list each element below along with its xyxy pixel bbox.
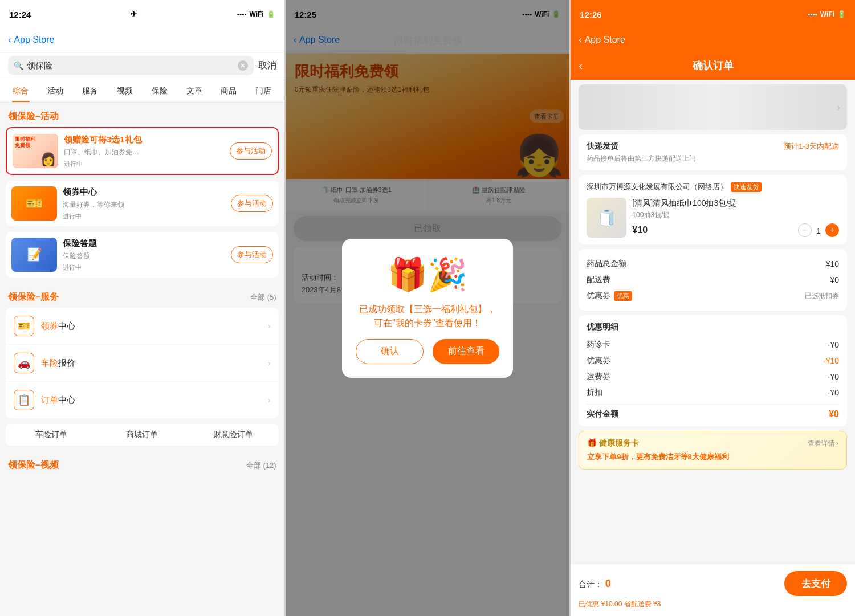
activity-thumb-3: 📝 xyxy=(11,238,57,272)
video-title: 领保险–视频 xyxy=(8,459,59,471)
discount-row-0: 药诊卡 -¥0 xyxy=(587,337,839,353)
footer-total-row: 合计： 0 去支付 xyxy=(579,571,847,596)
service-item-order[interactable]: 📋 订单中心 › xyxy=(6,382,279,418)
merchant-section: 深圳市万博源文化发展有限公司（网络店） 快速发货 🧻 [清风]清风抽纸巾100抽… xyxy=(579,175,847,244)
time-3: 12:26 xyxy=(580,10,601,19)
activity-status-3: 进行中 xyxy=(63,263,225,272)
address-bg xyxy=(579,84,847,130)
qty-minus-btn[interactable]: − xyxy=(798,223,812,237)
activity-name-1: 领赠险可得3选1礼包 xyxy=(64,134,224,145)
search-icon: 🔍 xyxy=(14,61,23,70)
order-icon: 📋 xyxy=(14,390,34,410)
modal-confirm-btn[interactable]: 确认 xyxy=(356,339,424,364)
health-card-more[interactable]: 查看详情 › xyxy=(808,439,838,448)
sub-tab-shop[interactable]: 商城订单 xyxy=(97,424,188,446)
order-back-btn[interactable]: ‹ xyxy=(579,59,583,72)
modal-buttons: 确认 前往查看 xyxy=(356,339,499,364)
tab-综合[interactable]: 综合 xyxy=(3,80,38,102)
wifi-icon-1: WiFi xyxy=(249,10,263,18)
discount-label-0: 药诊卡 xyxy=(587,340,610,350)
modal-goto-btn[interactable]: 前往查看 xyxy=(433,339,499,364)
tab-门店[interactable]: 门店 xyxy=(246,80,281,102)
activity-desc-2: 海量好券，等你来领 xyxy=(63,200,225,210)
video-more[interactable]: 全部 (12) xyxy=(246,460,276,471)
discount-section: 优惠明细 药诊卡 -¥0 优惠券 -¥10 运费券 -¥0 折扣 -¥0 实付金… xyxy=(579,315,847,426)
health-card-header: 🎁 健康服务卡 查看详情 › xyxy=(587,438,838,448)
status-icons-3: ▪▪▪▪ WiFi 🔋 xyxy=(808,10,846,18)
tab-商品[interactable]: 商品 xyxy=(211,80,246,102)
discount-row-1: 优惠券 -¥10 xyxy=(587,353,839,369)
activity-thumb-1: 限时福利免费领 👩 xyxy=(13,134,58,168)
search-input-wrap[interactable]: 🔍 领保险 ✕ xyxy=(8,56,254,75)
activity-card-3[interactable]: 📝 保险答题 保险答题 进行中 参与活动 xyxy=(6,232,279,278)
delivery-row: 快递发货 预计1-3天内配送 xyxy=(587,141,839,152)
app-store-label-1[interactable]: App Store xyxy=(14,35,54,45)
discount-value-1: -¥10 xyxy=(823,356,839,365)
app-store-bar-3[interactable]: ‹ App Store xyxy=(571,28,855,51)
success-modal: 🎁🎉 已成功领取【三选一福利礼包】， 可在"我的卡券"查看使用！ 确认 前往查看 xyxy=(342,239,513,378)
activity-card-1[interactable]: 限时福利免费领 👩 领赠险可得3选1礼包 口罩、纸巾、加油券免… 进行中 参与活… xyxy=(6,127,279,175)
status-bar-1: 12:24 ✈ ▪▪▪▪ WiFi 🔋 xyxy=(0,0,284,28)
discount-label-2: 运费券 xyxy=(587,372,610,382)
service-item-coupon[interactable]: 🎫 领券中心 › xyxy=(6,308,279,344)
service-order-chevron: › xyxy=(268,395,271,405)
service-item-car[interactable]: 🚗 车险报价 › xyxy=(6,345,279,381)
product-details: [清风]清风抽纸巾100抽3包/提 100抽3包/提 ¥10 − 1 + xyxy=(632,198,839,237)
subtotal-label: 药品总金额 xyxy=(587,259,626,269)
discount-label-1: 优惠券 xyxy=(587,356,610,366)
modal-overlay[interactable]: 🎁🎉 已成功领取【三选一福利礼包】， 可在"我的卡券"查看使用！ 确认 前往查看 xyxy=(286,0,570,616)
modal-message: 已成功领取【三选一福利礼包】， 可在"我的卡券"查看使用！ xyxy=(359,303,496,330)
coupon-row[interactable]: 优惠券 优惠 已选抵扣券 xyxy=(587,288,839,304)
panel-order: 12:26 ▪▪▪▪ WiFi 🔋 ‹ App Store ‹ 确认订单 › 快… xyxy=(571,0,855,616)
qty-ctrl: − 1 + xyxy=(798,223,839,237)
service-order-label: 订单中心 xyxy=(41,395,261,406)
search-results: 领保险–活动 限时福利免费领 👩 领赠险可得3选1礼包 口罩、纸巾、加油券免… … xyxy=(0,103,284,616)
service-more[interactable]: 全部 (5) xyxy=(250,292,276,303)
subtotal-row: 药品总金额 ¥10 xyxy=(587,256,839,272)
discount-value-3: -¥0 xyxy=(828,388,839,397)
app-store-label-3[interactable]: App Store xyxy=(585,35,625,45)
service-coupon-label: 领券中心 xyxy=(41,321,261,332)
modal-icon: 🎁🎉 xyxy=(388,256,467,293)
order-title: 确认订单 xyxy=(693,59,734,72)
tab-保险[interactable]: 保险 xyxy=(142,80,177,102)
qty-plus-btn[interactable]: + xyxy=(825,223,839,237)
coupon-label-wrap: 优惠券 优惠 xyxy=(587,291,632,301)
app-store-bar-1[interactable]: ‹ App Store xyxy=(0,28,284,51)
address-bar[interactable]: › xyxy=(579,84,847,130)
activity-join-btn-1[interactable]: 参与活动 xyxy=(230,142,272,160)
clear-icon[interactable]: ✕ xyxy=(238,60,248,71)
service-car-label: 车险报价 xyxy=(41,358,261,369)
order-header: ‹ 确认订单 xyxy=(571,51,855,80)
panel-activity: 12:25 ▪▪▪▪ WiFi 🔋 ‹ 限时福利免费领 ‹ App Store … xyxy=(286,0,570,616)
tab-视频[interactable]: 视频 xyxy=(107,80,142,102)
sub-tab-car[interactable]: 车险订单 xyxy=(6,424,97,446)
status-bar-3: 12:26 ▪▪▪▪ WiFi 🔋 xyxy=(571,0,855,28)
actual-label: 实付金额 xyxy=(587,409,618,419)
activity-join-btn-2[interactable]: 参与活动 xyxy=(231,195,273,212)
activity-status-2: 进行中 xyxy=(63,212,225,221)
merchant-tag: 快速发货 xyxy=(731,182,762,192)
activity-card-2[interactable]: 🎫 领券中心 海量好券，等你来领 进行中 参与活动 xyxy=(6,181,279,226)
merchant-name: 深圳市万博源文化发展有限公司（网络店） xyxy=(587,182,727,192)
subtotal-value: ¥10 xyxy=(826,259,839,268)
activity-info-3: 保险答题 保险答题 进行中 xyxy=(63,238,225,272)
health-card: 🎁 健康服务卡 查看详情 › 立享下单9折，更有免费洁牙等8大健康福利 xyxy=(579,431,847,470)
product-price-row: ¥10 − 1 + xyxy=(632,223,839,237)
activity-status-1: 进行中 xyxy=(64,160,224,168)
activity-desc-3: 保险答题 xyxy=(63,251,225,261)
activity-name-2: 领券中心 xyxy=(63,187,225,198)
delivery-fee-value: ¥0 xyxy=(830,275,839,284)
tab-活动[interactable]: 活动 xyxy=(38,80,73,102)
time-1: 12:24 xyxy=(9,10,31,19)
cancel-button[interactable]: 取消 xyxy=(258,60,276,72)
activity-join-btn-3[interactable]: 参与活动 xyxy=(231,246,273,263)
price-section: 药品总金额 ¥10 配送费 ¥0 优惠券 优惠 已选抵扣券 xyxy=(579,249,847,311)
tab-服务[interactable]: 服务 xyxy=(73,80,108,102)
tab-文章[interactable]: 文章 xyxy=(177,80,211,102)
health-card-desc: 立享下单9折，更有免费洁牙等8大健康福利 xyxy=(587,452,838,462)
sub-tab-finance[interactable]: 财意险订单 xyxy=(188,424,279,446)
pay-button[interactable]: 去支付 xyxy=(784,571,847,596)
status-icons-1: ▪▪▪▪ WiFi 🔋 xyxy=(237,10,275,18)
savings-row: 已优惠 ¥10.00 省配送费 ¥8 xyxy=(579,599,847,609)
